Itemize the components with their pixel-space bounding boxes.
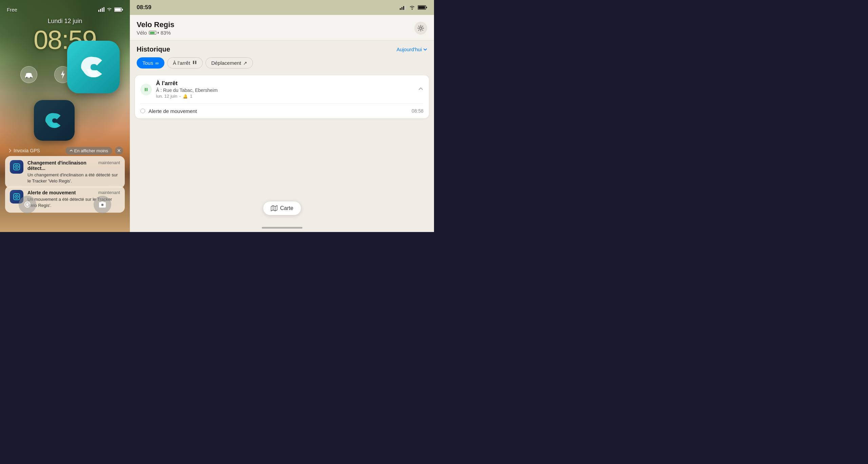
historique-section: Historique Aujourd'hui Tous ∞ À l'arrêt	[130, 41, 434, 72]
history-date-dash: -	[179, 94, 181, 99]
map-icon	[271, 205, 277, 212]
battery-status-icon	[114, 7, 123, 12]
svg-rect-30	[195, 61, 196, 64]
device-battery	[149, 31, 159, 35]
expand-chevron[interactable]	[418, 86, 423, 93]
battery-tip	[158, 32, 159, 34]
app-panel: 08:59 Velo Regis	[130, 0, 434, 232]
history-status-name: À l'arrêt	[156, 80, 414, 87]
notif-body-1: Un changement d'inclinaison a été détect…	[27, 172, 120, 184]
svg-rect-22	[403, 6, 404, 10]
battery-bar	[149, 31, 156, 35]
carte-label: Carte	[280, 205, 293, 211]
iphone-status-bar: Free	[0, 0, 130, 15]
history-info: À l'arrêt À : Rue du Tabac, Ebersheim lu…	[156, 80, 414, 99]
app-status-icons	[400, 5, 427, 10]
svg-point-19	[102, 204, 103, 206]
filter-tous-label: Tous	[142, 60, 153, 66]
gear-icon	[417, 24, 425, 32]
notif-title-1: Changement d'inclinaison détect...	[27, 160, 98, 171]
home-indicator	[262, 227, 302, 229]
status-circle	[140, 84, 152, 95]
notif-chevron-icon	[7, 148, 12, 153]
svg-rect-31	[145, 88, 146, 91]
status-icons	[98, 7, 123, 12]
historique-header: Historique Aujourd'hui	[137, 45, 427, 53]
app-signal-icon	[400, 5, 407, 10]
svg-rect-3	[103, 7, 104, 12]
battery-fill	[150, 32, 155, 34]
svg-rect-2	[102, 8, 103, 12]
svg-rect-23	[405, 5, 406, 10]
invoxia-medium-icon[interactable]	[34, 100, 75, 141]
chevron-down-icon	[423, 47, 427, 52]
filter-arret-btn[interactable]: À l'arrêt	[167, 57, 203, 69]
notification-header: Invoxia GPS En afficher moins ✕	[7, 147, 123, 155]
svg-point-12	[16, 166, 17, 168]
notif-time-2: maintenant	[98, 190, 120, 195]
filter-tous-btn[interactable]: Tous ∞	[137, 57, 164, 69]
car-icon	[24, 71, 33, 78]
chevron-up-icon	[418, 86, 423, 92]
app-time: 08:59	[137, 4, 151, 11]
svg-rect-6	[115, 8, 121, 11]
notification-card-1[interactable]: Changement d'inclinaison détect... maint…	[5, 156, 125, 188]
notif-content-1: Changement d'inclinaison détect... maint…	[27, 160, 120, 184]
invoxia-large-icon[interactable]	[67, 41, 120, 93]
filter-deplacement-btn[interactable]: Déplacement ↗	[205, 57, 253, 69]
filter-arret-icon	[192, 60, 197, 66]
carte-btn[interactable]: Carte	[263, 201, 301, 215]
invoxia-logo-medium	[43, 110, 65, 132]
notif-time-1: maintenant	[98, 160, 120, 165]
flashlight-icon	[24, 201, 31, 208]
svg-point-28	[420, 27, 422, 29]
notif-controls[interactable]: En afficher moins ✕	[65, 147, 123, 155]
device-name: Velo Regis	[137, 20, 174, 29]
camera-icon	[98, 201, 106, 208]
history-item-header[interactable]: À l'arrêt À : Rue du Tabac, Ebersheim lu…	[135, 75, 429, 103]
svg-point-17	[26, 203, 29, 206]
notif-close-btn[interactable]: ✕	[115, 147, 123, 155]
svg-rect-27	[418, 6, 425, 9]
svg-rect-32	[146, 88, 147, 91]
bell-icon: 🔔	[183, 94, 188, 99]
svg-point-24	[412, 8, 413, 9]
notif-icon-1	[10, 160, 23, 174]
svg-rect-1	[100, 9, 101, 12]
show-less-btn[interactable]: En afficher moins	[65, 147, 112, 155]
lightning-icon	[60, 70, 65, 79]
alert-time: 08:58	[412, 108, 423, 114]
car-icon-circle	[20, 66, 37, 83]
historique-title: Historique	[137, 45, 170, 53]
app-status-bar: 08:59	[130, 0, 434, 15]
flashlight-btn[interactable]	[19, 196, 36, 213]
settings-btn[interactable]	[414, 22, 427, 35]
history-card[interactable]: À l'arrêt À : Rue du Tabac, Ebersheim lu…	[135, 75, 429, 118]
aujourd-hui-btn[interactable]: Aujourd'hui	[396, 46, 427, 52]
alert-text: Alerte de mouvement	[149, 108, 408, 114]
alert-row[interactable]: Alerte de mouvement 08:58	[135, 104, 429, 118]
bottom-controls	[0, 196, 130, 213]
history-date: lun. 12 juin - 🔔 1	[156, 94, 414, 99]
invoxia-logo-large	[78, 52, 109, 82]
camera-btn[interactable]	[94, 196, 111, 213]
wifi-icon	[106, 7, 112, 12]
device-status: Vélo 83%	[137, 30, 174, 36]
svg-rect-29	[193, 61, 194, 64]
svg-rect-26	[426, 7, 427, 8]
history-location: À : Rue du Tabac, Ebersheim	[156, 88, 414, 93]
filter-deplacement-icon: ↗	[243, 60, 247, 66]
svg-rect-0	[98, 10, 99, 12]
filter-deplacement-label: Déplacement	[211, 60, 241, 66]
filter-arret-label: À l'arrêt	[173, 60, 190, 66]
lock-date: Lundi 12 juin	[0, 18, 130, 25]
device-type: Vélo	[137, 30, 147, 36]
app-battery-icon	[418, 5, 427, 10]
aujourd-hui-label: Aujourd'hui	[396, 46, 422, 52]
svg-rect-5	[122, 9, 123, 11]
notif-app-name-label: Invoxia GPS	[7, 148, 40, 153]
alert-dot	[140, 109, 145, 113]
lock-icons-row	[20, 66, 71, 83]
notif-app-icon-1	[13, 163, 21, 171]
pause-icon	[192, 60, 197, 65]
